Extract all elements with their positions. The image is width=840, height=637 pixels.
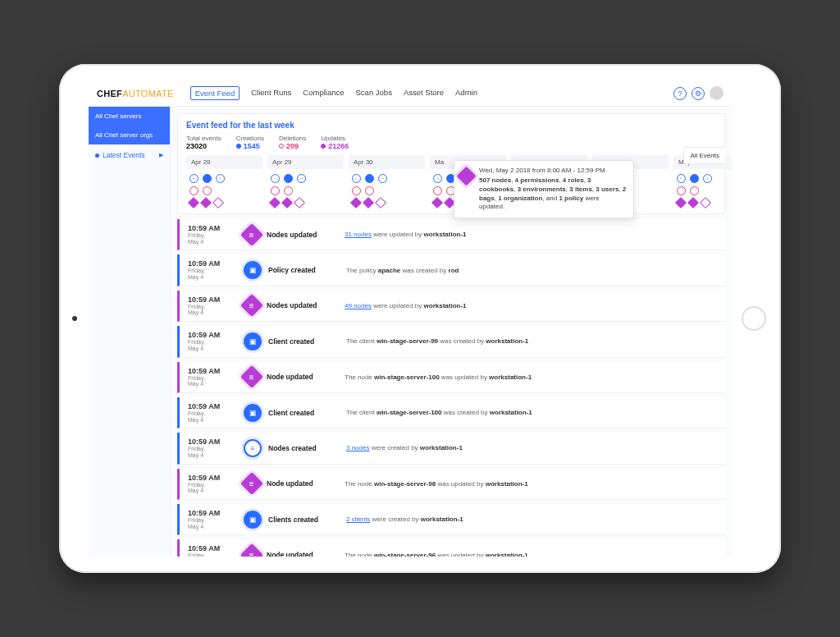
stat-deletions: Deletions209 bbox=[279, 135, 306, 150]
nav-item-event-feed[interactable]: Event Feed bbox=[190, 86, 240, 100]
help-icon[interactable]: ? bbox=[673, 87, 687, 100]
event-time: 10:59 AMFriday,May 4 bbox=[180, 224, 237, 245]
hover-tooltip: Wed, May 2 2018 from 8:00 AM - 12:59 PM … bbox=[454, 160, 634, 218]
tooltip-heading: Wed, May 2 2018 from 8:00 AM - 12:59 PM bbox=[479, 167, 627, 174]
nav-item-admin[interactable]: Admin bbox=[455, 88, 477, 99]
event-time: 10:59 AMFriday,May 4 bbox=[180, 402, 237, 423]
sidebar-item-all-orgs[interactable]: All Chef server orgs bbox=[89, 126, 170, 144]
create-icon: ▣ bbox=[244, 332, 262, 351]
event-row[interactable]: 10:59 AMFriday,May 4≡Nodes updated31 nod… bbox=[177, 219, 725, 250]
event-time: 10:59 AMFriday,May 4 bbox=[180, 509, 237, 529]
stat-total-events: Total events23020 bbox=[186, 135, 221, 150]
event-desc: The client win-stage-server-99 was creat… bbox=[346, 337, 528, 345]
create-icon: ▣ bbox=[244, 511, 262, 529]
app-screen: CHEFAUTOMATE Event FeedClient RunsCompli… bbox=[89, 80, 732, 557]
event-row[interactable]: 10:59 AMFriday,May 4▣Clients created2 cl… bbox=[177, 504, 725, 535]
day-column[interactable]: Apr 29–– bbox=[267, 155, 344, 209]
event-time: 10:59 AMFriday,May 4 bbox=[180, 544, 237, 557]
event-desc: 49 nodes were updated by workstation-1 bbox=[345, 302, 467, 309]
create-icon: ≡ bbox=[244, 439, 262, 457]
top-right: ? ⚙ bbox=[673, 86, 724, 100]
days-row: Apr 28––Apr 29––Apr 30––Ma––––May 3––May… bbox=[186, 155, 716, 209]
sidebar: All Chef servers All Chef server orgs La… bbox=[89, 107, 171, 557]
top-bar: CHEFAUTOMATE Event FeedClient RunsCompli… bbox=[89, 80, 732, 107]
update-icon: ≡ bbox=[240, 223, 263, 246]
event-title: Node updated bbox=[267, 373, 345, 381]
update-icon: ≡ bbox=[240, 365, 263, 388]
feed-panel: Event feed for the last week Total event… bbox=[177, 113, 725, 214]
event-desc: The node win-stage-server-100 was update… bbox=[345, 373, 532, 381]
event-row[interactable]: 10:59 AMFriday,May 4▣Client createdThe c… bbox=[177, 326, 725, 357]
event-desc: 3 nodes were created by workstation-1 bbox=[346, 444, 463, 451]
top-nav: Event FeedClient RunsComplianceScan Jobs… bbox=[190, 88, 477, 99]
stat-creations: Creations1545 bbox=[236, 135, 264, 150]
stat-updates: Updates21266 bbox=[321, 135, 349, 150]
event-row[interactable]: 10:59 AMFriday,May 4≡Node updatedThe nod… bbox=[177, 469, 725, 500]
stats-row: Total events23020Creations1545Deletions2… bbox=[186, 135, 716, 150]
event-row[interactable]: 10:59 AMFriday,May 4▣Policy createdThe p… bbox=[177, 254, 725, 286]
event-desc: The policy apache was created by rod bbox=[346, 267, 459, 274]
sidebar-latest-label: Latest Events bbox=[103, 151, 145, 159]
event-row[interactable]: 10:59 AMFriday,May 4≡Nodes updated49 nod… bbox=[177, 291, 725, 322]
event-title: Client created bbox=[268, 337, 346, 346]
event-desc: 2 clients were created by workstation-1 bbox=[346, 516, 463, 523]
event-title: Nodes updated bbox=[267, 301, 345, 309]
day-column[interactable]: Apr 30–– bbox=[349, 155, 425, 209]
create-icon: ▣ bbox=[244, 404, 262, 422]
bullet-icon bbox=[95, 154, 99, 158]
event-time: 10:59 AMFriday,May 4 bbox=[180, 331, 237, 351]
event-title: Nodes updated bbox=[267, 231, 345, 239]
logo-bold: CHEF bbox=[97, 89, 122, 99]
event-title: Clients created bbox=[268, 516, 346, 524]
event-row[interactable]: 10:59 AMFriday,May 4≡Node updatedThe nod… bbox=[177, 539, 725, 557]
event-time: 10:59 AMFriday,May 4 bbox=[180, 474, 237, 494]
settings-icon[interactable]: ⚙ bbox=[692, 87, 705, 100]
event-link[interactable]: 3 nodes bbox=[346, 444, 369, 451]
create-icon: ▣ bbox=[244, 261, 262, 279]
event-time: 10:59 AMFriday,May 4 bbox=[180, 296, 237, 316]
tablet-home-button[interactable] bbox=[742, 306, 766, 331]
tablet-frame: CHEFAUTOMATE Event FeedClient RunsCompli… bbox=[59, 64, 781, 573]
update-icon bbox=[456, 166, 476, 186]
nav-item-scan-jobs[interactable]: Scan Jobs bbox=[356, 88, 392, 99]
event-title: Nodes created bbox=[268, 444, 346, 452]
update-icon: ≡ bbox=[240, 294, 263, 317]
chevron-right-icon: ▶ bbox=[159, 152, 163, 158]
event-row[interactable]: 10:59 AMFriday,May 4≡Nodes created3 node… bbox=[177, 433, 725, 464]
event-desc: The node win-stage-server-96 was updated… bbox=[345, 552, 528, 557]
nav-item-client-runs[interactable]: Client Runs bbox=[251, 88, 291, 99]
event-time: 10:59 AMFriday,May 4 bbox=[180, 259, 237, 280]
event-title: Policy created bbox=[268, 266, 346, 274]
event-row[interactable]: 10:59 AMFriday,May 4▣Client createdThe c… bbox=[177, 397, 725, 428]
panel-title: Event feed for the last week bbox=[186, 121, 716, 130]
logo: CHEFAUTOMATE bbox=[97, 89, 174, 99]
event-link[interactable]: 49 nodes bbox=[345, 302, 372, 309]
event-time: 10:59 AMFriday,May 4 bbox=[180, 438, 237, 458]
event-desc: The node win-stage-server-98 was updated… bbox=[345, 480, 528, 488]
update-icon: ≡ bbox=[240, 472, 263, 495]
nav-item-compliance[interactable]: Compliance bbox=[303, 88, 344, 99]
event-time: 10:59 AMFriday,May 4 bbox=[180, 367, 237, 387]
all-events-button[interactable]: All Events bbox=[683, 147, 725, 164]
day-column[interactable]: Apr 28–– bbox=[186, 155, 262, 209]
event-link[interactable]: 31 nodes bbox=[345, 231, 372, 238]
logo-light: AUTOMATE bbox=[122, 89, 174, 99]
tablet-camera bbox=[72, 316, 77, 321]
sidebar-item-latest-events[interactable]: Latest Events ▶ bbox=[89, 144, 170, 166]
event-title: Node updated bbox=[267, 479, 345, 488]
event-desc: 31 nodes were updated by workstation-1 bbox=[345, 231, 467, 238]
event-row[interactable]: 10:59 AMFriday,May 4≡Node updatedThe nod… bbox=[177, 362, 725, 393]
event-desc: The client win-stage-server-100 was crea… bbox=[346, 409, 532, 416]
body: All Chef servers All Chef server orgs La… bbox=[89, 107, 732, 557]
event-title: Client created bbox=[268, 409, 346, 417]
main: Event feed for the last week Total event… bbox=[171, 107, 732, 557]
event-title: Node updated bbox=[267, 551, 345, 557]
events-list: 10:59 AMFriday,May 4≡Nodes updated31 nod… bbox=[177, 219, 725, 557]
event-link[interactable]: 2 clients bbox=[346, 516, 370, 523]
avatar[interactable] bbox=[710, 86, 724, 100]
update-icon: ≡ bbox=[240, 543, 263, 557]
tooltip-body: 507 nodes, 4 permissions, 4 roles, 3 coo… bbox=[479, 176, 627, 212]
nav-item-asset-store[interactable]: Asset Store bbox=[404, 88, 444, 99]
sidebar-item-all-servers[interactable]: All Chef servers bbox=[89, 107, 170, 126]
